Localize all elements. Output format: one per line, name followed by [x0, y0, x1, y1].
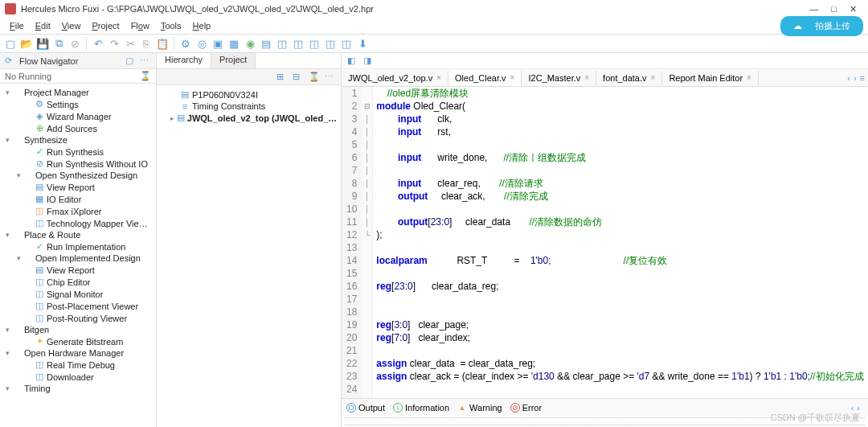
tab-information[interactable]: iInformation — [393, 403, 449, 413]
menu-help[interactable]: Help — [188, 19, 216, 32]
flow-item-bitgen[interactable]: ▾Bitgen — [0, 324, 156, 335]
tb-dl[interactable]: ⬇ — [355, 36, 370, 51]
tb-new[interactable]: ▢ — [3, 36, 18, 51]
flow-item-generate-bitstream[interactable]: ✦Generate Bitstream — [0, 335, 156, 347]
hier-sort-icon[interactable]: ⌛ — [309, 72, 320, 82]
tb-close[interactable]: ⊘ — [68, 36, 82, 51]
flow-item-add-sources[interactable]: ⊕Add Sources — [0, 122, 156, 134]
toolbar: ▢ 📂 💾 ⧉ ⊘ ↶ ↷ ✂ ⎘ 📋 ⚙ ◎ ▣ ▦ ◉ ▤ ◫ ◫ ◫ ◫ … — [0, 34, 868, 53]
menu-tools[interactable]: Tools — [156, 19, 186, 32]
flow-item-run-synthesis-without-io[interactable]: ⊘Run Synthesis Without IO — [0, 158, 156, 170]
tb-redo[interactable]: ↷ — [107, 36, 121, 51]
flow-item-place-route[interactable]: ▾Place & Route — [0, 229, 156, 240]
tb-cut[interactable]: ✂ — [123, 36, 137, 51]
tab-hierarchy[interactable]: Hierarchy — [157, 53, 211, 68]
tb-syn[interactable]: ▣ — [211, 36, 225, 51]
bot-prev-icon[interactable]: ‹ — [851, 403, 854, 413]
hier-item[interactable]: ≡Timing Constraints — [157, 101, 341, 112]
editor-tab[interactable]: font_data.v× — [596, 71, 662, 85]
tab-project[interactable]: Project — [211, 53, 256, 68]
flow-item-real-time-debug[interactable]: ◫Real Time Debug — [0, 359, 156, 371]
tb-copy[interactable]: ⎘ — [139, 36, 154, 51]
tb-saveall[interactable]: ⧉ — [51, 36, 66, 51]
flow-item-view-report[interactable]: ▤View Report — [0, 264, 156, 276]
hier-item[interactable]: ▸▤JWQL_oled_v2_top (JWQL_oled_v2_top.v) — [157, 112, 341, 124]
more-icon[interactable]: ⋯ — [140, 55, 151, 66]
hier-collapse-icon[interactable]: ⊟ — [293, 72, 304, 82]
app-icon — [5, 3, 16, 14]
tb-undo[interactable]: ↶ — [91, 36, 105, 51]
flow-item-downloader[interactable]: ◫Downloader — [0, 371, 156, 383]
flow-item-technology-mapper-viewer[interactable]: ◫Technology Mapper Viewer — [0, 217, 156, 229]
tb-pr[interactable]: ◫ — [323, 36, 338, 51]
flow-item-view-report[interactable]: ▤View Report — [0, 181, 156, 193]
close-tab-icon[interactable]: × — [510, 73, 515, 82]
editor-tab[interactable]: JWQL_oled_v2_top.v× — [342, 71, 448, 85]
ed-tb-2[interactable]: ◨ — [361, 55, 374, 68]
fold-gutter[interactable]: ⊟│││││││││└⊟│││ — [362, 87, 373, 398]
status-icon[interactable]: ⌛ — [140, 71, 151, 81]
hier-expand-icon[interactable]: ⊞ — [276, 72, 288, 82]
tb-ip-catalog[interactable]: ◉ — [243, 36, 257, 51]
close-tab-icon[interactable]: × — [747, 73, 751, 82]
tab-warning[interactable]: ▲Warning — [457, 403, 502, 413]
menu-project[interactable]: Project — [87, 19, 124, 32]
menu-edit[interactable]: Edit — [31, 19, 55, 32]
ed-tb-1[interactable]: ◧ — [345, 55, 358, 68]
close-tab-icon[interactable]: × — [651, 73, 656, 82]
flow-item-chip-editor[interactable]: ◫Chip Editor — [0, 276, 156, 288]
hier-item[interactable]: ▤P1P060N0V324I — [157, 88, 341, 101]
code-lines[interactable]: //oled屏幕清除模块module Oled_Clear( input clk… — [373, 87, 868, 398]
close-tab-icon[interactable]: × — [436, 73, 441, 82]
tb-sig[interactable]: ◫ — [291, 36, 305, 51]
tab-prev-icon[interactable]: ‹ — [847, 73, 850, 83]
close-tab-icon[interactable]: × — [584, 73, 589, 82]
tb-pp[interactable]: ◫ — [307, 36, 321, 51]
tb-target[interactable]: ◎ — [194, 36, 209, 51]
flow-item-signal-monitor[interactable]: ◫Signal Monitor — [0, 288, 156, 300]
code-area[interactable]: 1234567891011121314151617181920212223242… — [342, 87, 868, 398]
maximize-button[interactable]: □ — [831, 4, 837, 14]
flow-item-timing[interactable]: ▾Timing — [0, 383, 156, 394]
flow-item-project-manager[interactable]: ▾Project Manager — [0, 87, 156, 98]
flow-navigator-panel: ⟳ Flow Navigator ▢ ⋯ No Running ⌛ ▾Proje… — [0, 53, 157, 427]
minimize-button[interactable]: — — [809, 4, 818, 14]
cloud-upload-button[interactable]: ☁ 拍摄上传 — [780, 16, 863, 36]
tb-chip[interactable]: ◫ — [275, 36, 289, 51]
editor-tab[interactable]: I2C_Master.v× — [522, 71, 596, 85]
tb-bit[interactable]: ◫ — [339, 36, 354, 51]
tb-impl[interactable]: ▦ — [227, 36, 241, 51]
window-title: Hercules Micro Fuxi - G:\FPGA\JWQL\JWQL_… — [21, 4, 809, 14]
editor-tab[interactable]: Report Main Editor× — [662, 71, 759, 85]
menu-file[interactable]: File — [5, 19, 29, 32]
flow-item-fmax-ixplorer[interactable]: ◫Fmax iXplorer — [0, 205, 156, 217]
tb-paste[interactable]: 📋 — [155, 36, 170, 51]
flow-item-io-editor[interactable]: ▦IO Editor — [0, 193, 156, 205]
flow-item-open-synthesized-design[interactable]: ▾Open Synthesized Design — [0, 170, 156, 181]
tb-open[interactable]: 📂 — [19, 36, 34, 51]
refresh-icon[interactable]: ⟳ — [5, 55, 16, 66]
flow-item-post-placement-viewer[interactable]: ◫Post-Placement Viewer — [0, 300, 156, 312]
tab-error[interactable]: ⊘Error — [510, 403, 542, 413]
editor-tab[interactable]: Oled_Clear.v× — [448, 71, 522, 86]
flow-item-run-implementation[interactable]: ✓Run Implementation — [0, 240, 156, 253]
hier-more-icon[interactable]: ⋯ — [325, 72, 336, 82]
bot-next-icon[interactable]: › — [857, 403, 860, 413]
menu-view[interactable]: View — [57, 19, 86, 32]
tb-save[interactable]: 💾 — [35, 36, 50, 51]
flow-item-post-routing-viewer[interactable]: ◫Post-Routing Viewer — [0, 312, 156, 324]
tab-next-icon[interactable]: › — [854, 73, 857, 83]
flow-item-synthesize[interactable]: ▾Synthesize — [0, 134, 156, 146]
tab-output[interactable]: OOutput — [346, 403, 385, 413]
tb-settings[interactable]: ⚙ — [178, 36, 193, 51]
menu-flow[interactable]: Flow — [126, 19, 154, 32]
close-button[interactable]: ✕ — [850, 4, 857, 14]
flow-item-open-hardware-manager[interactable]: ▾Open Hardware Manager — [0, 347, 156, 359]
flow-item-open-implemented-design[interactable]: ▾Open Implemented Design — [0, 253, 156, 264]
flow-item-wizard-manager[interactable]: ◈Wizard Manager — [0, 110, 156, 122]
tb-report[interactable]: ▤ — [259, 36, 273, 51]
collapse-icon[interactable]: ▢ — [125, 55, 137, 66]
flow-item-settings[interactable]: ⚙Settings — [0, 98, 156, 110]
tab-list-icon[interactable]: ≡ — [860, 73, 865, 83]
flow-item-run-synthesis[interactable]: ✓Run Synthesis — [0, 146, 156, 158]
